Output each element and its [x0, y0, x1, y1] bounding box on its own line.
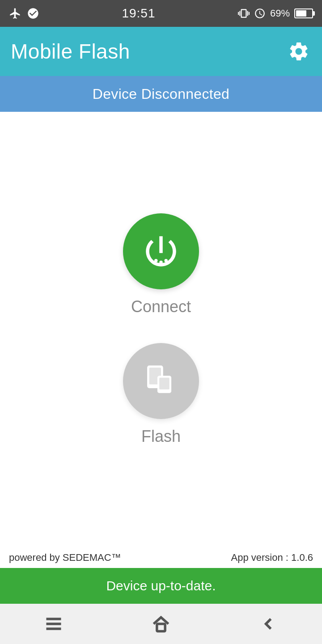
- svg-rect-10: [157, 624, 165, 631]
- back-button[interactable]: [250, 606, 286, 642]
- connect-label: Connect: [131, 297, 191, 316]
- status-bar-time: 19:51: [122, 6, 155, 21]
- check-circle-icon: [27, 7, 39, 20]
- connect-circle[interactable]: [123, 213, 199, 289]
- status-bar-left: [9, 7, 39, 20]
- home-button[interactable]: [143, 606, 179, 642]
- back-icon: [258, 614, 278, 634]
- powered-by-text: powered by SEDEMAC™: [9, 552, 121, 564]
- flash-label: Flash: [141, 427, 181, 446]
- home-icon: [151, 614, 171, 634]
- bottom-nav: [0, 604, 322, 644]
- menu-button[interactable]: [36, 606, 72, 642]
- update-banner-text: Device up-to-date.: [106, 578, 216, 593]
- status-bar-right: 69%: [238, 8, 313, 19]
- svg-point-2: [165, 259, 168, 263]
- svg-rect-6: [159, 378, 169, 390]
- app-header: Mobile Flash: [0, 27, 322, 76]
- app-title: Mobile Flash: [11, 39, 130, 64]
- svg-point-0: [154, 259, 158, 263]
- clock-icon: [254, 8, 266, 19]
- vibrate-icon: [238, 8, 250, 19]
- svg-point-1: [159, 261, 163, 264]
- main-content: Connect Flash: [0, 112, 322, 547]
- menu-icon: [44, 614, 64, 634]
- button-group: Connect Flash: [123, 213, 199, 446]
- battery-icon: [294, 8, 313, 18]
- flash-device-icon: [141, 361, 181, 401]
- update-banner: Device up-to-date.: [0, 568, 322, 604]
- footer-info: powered by SEDEMAC™ App version : 1.0.6: [0, 547, 322, 568]
- app-version-text: App version : 1.0.6: [231, 552, 313, 564]
- flash-circle[interactable]: [123, 343, 199, 419]
- battery-percent-text: 69%: [270, 8, 290, 19]
- airplane-icon: [9, 7, 21, 20]
- status-bar: 19:51 69%: [0, 0, 322, 27]
- connection-status-banner: Device Disconnected: [0, 76, 322, 112]
- connection-status-text: Device Disconnected: [93, 86, 229, 102]
- settings-button[interactable]: [286, 39, 311, 64]
- flash-item[interactable]: Flash: [123, 343, 199, 446]
- gear-icon: [288, 40, 310, 63]
- power-icon: [141, 231, 181, 271]
- connect-item[interactable]: Connect: [123, 213, 199, 316]
